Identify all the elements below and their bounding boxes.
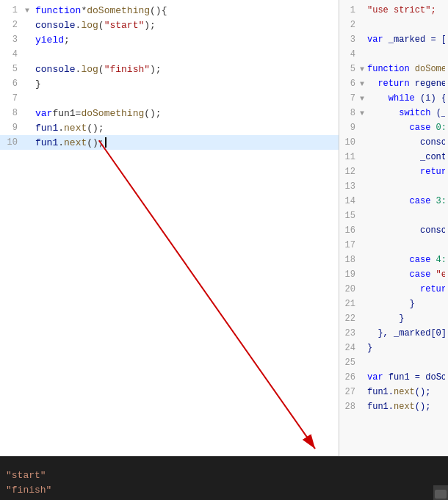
token: "finish": [104, 64, 150, 75]
left-line-8: 8 var fun1=doSomething();: [0, 106, 339, 120]
output-panel: "start""finish": [0, 468, 448, 497]
token: yield: [35, 35, 64, 46]
right-line-content: }: [367, 314, 404, 324]
token: ();: [144, 108, 161, 119]
token: log: [81, 20, 98, 31]
right-line-7: 7▼ while (i) {: [339, 91, 448, 106]
output-line: "finish": [6, 482, 448, 497]
right-line-number: 6: [342, 79, 360, 89]
right-line-22: 22 }: [339, 311, 448, 326]
right-line-1: 1"use strict";: [339, 3, 448, 18]
token: fun1: [35, 137, 58, 148]
left-line-4: 4: [0, 47, 339, 62]
right-line-number: 1: [342, 5, 360, 15]
left-line-10: 10 fun1.next();: [0, 135, 339, 150]
token: console: [35, 64, 76, 75]
right-line-content: return regene: [367, 79, 445, 89]
right-line-14: 14 case 3:: [339, 194, 448, 209]
right-line-content: fun1.next();: [367, 387, 430, 397]
token: ;: [64, 35, 70, 46]
line-number: 5: [3, 64, 25, 74]
left-panel[interactable]: 1▼function* doSomething(){2 console.log(…: [0, 0, 339, 456]
token: doSomething: [87, 5, 150, 16]
right-line-number: 13: [342, 181, 360, 192]
token: fun1=: [52, 108, 81, 119]
right-line-24: 24}: [339, 341, 448, 355]
right-line-content: conso: [367, 137, 445, 148]
right-line-4: 4: [339, 47, 448, 62]
text-cursor: [105, 137, 106, 148]
right-line-number: 18: [342, 255, 360, 265]
right-line-6: 6▼ return regene: [339, 76, 448, 91]
left-line-5: 5 console.log("finish");: [0, 62, 339, 76]
line-number: 4: [3, 49, 25, 59]
token: (: [98, 20, 104, 31]
token: *: [81, 5, 87, 16]
line-number: 7: [3, 93, 25, 104]
right-line-number: 26: [342, 372, 360, 383]
line-number: 1: [3, 5, 25, 15]
right-line-13: 13: [339, 179, 448, 194]
line-number: 3: [3, 35, 25, 45]
right-line-27: 27fun1.next();: [339, 385, 448, 399]
right-line-12: 12 retur: [339, 164, 448, 179]
right-line-10: 10 conso: [339, 135, 448, 150]
right-line-content: _cont: [367, 152, 445, 162]
editor-container: 1▼function* doSomething(){2 console.log(…: [0, 0, 448, 456]
right-line-23: 23 }, _marked[0]: [339, 326, 448, 341]
right-arrow: ▼: [360, 80, 367, 88]
right-line-28: 28fun1.next();: [339, 399, 448, 414]
right-line-number: 14: [342, 196, 360, 206]
right-line-number: 5: [342, 64, 360, 74]
right-line-content: case 4:: [367, 255, 445, 265]
right-line-number: 7: [342, 93, 360, 104]
right-line-content: }: [367, 343, 372, 353]
right-line-26: 26var fun1 = doSo: [339, 370, 448, 385]
right-line-content: case "e: [367, 269, 445, 280]
token: );: [144, 20, 156, 31]
right-line-number: 28: [342, 402, 360, 412]
right-line-number: 2: [342, 20, 360, 30]
right-line-18: 18 case 4:: [339, 253, 448, 267]
right-panel[interactable]: 1"use strict";23var _marked = [45▼functi…: [339, 0, 448, 456]
right-line-number: 19: [342, 269, 360, 280]
right-line-number: 16: [342, 225, 360, 236]
token: function: [35, 5, 81, 16]
token: ();: [87, 123, 104, 134]
left-line-2: 2 console.log("start");: [0, 18, 339, 32]
right-line-16: 16 conso: [339, 223, 448, 238]
line-number: 9: [3, 123, 25, 133]
right-line-content: case 0:: [367, 123, 445, 133]
right-line-5: 5▼function doSome: [339, 62, 448, 76]
right-line-content: switch (_: [367, 108, 445, 118]
svg-line-1: [99, 140, 315, 449]
right-line-content: case 3:: [367, 196, 445, 206]
right-line-content: var _marked = [: [367, 35, 445, 45]
right-line-2: 2: [339, 18, 448, 32]
right-line-content: retur: [367, 284, 445, 294]
scrollbar[interactable]: [433, 485, 448, 500]
output-line: "start": [6, 468, 448, 482]
right-line-number: 23: [342, 328, 360, 338]
right-line-15: 15: [339, 209, 448, 223]
right-line-content: }: [367, 299, 415, 309]
token: fun1: [35, 123, 58, 134]
right-line-number: 15: [342, 211, 360, 221]
right-line-number: 27: [342, 387, 360, 397]
token: ();: [87, 137, 104, 148]
right-line-9: 9 case 0:: [339, 120, 448, 135]
left-code-area: 1▼function* doSomething(){2 console.log(…: [0, 0, 339, 153]
right-line-21: 21 }: [339, 297, 448, 311]
right-line-3: 3var _marked = [: [339, 32, 448, 47]
right-line-20: 20 retur: [339, 282, 448, 297]
token: next: [64, 137, 87, 148]
right-line-17: 17: [339, 238, 448, 253]
right-line-number: 24: [342, 343, 360, 353]
right-line-number: 20: [342, 284, 360, 294]
line-number: 2: [3, 20, 25, 30]
right-arrow: ▼: [360, 109, 367, 117]
right-line-11: 11 _cont: [339, 150, 448, 164]
right-line-number: 25: [342, 358, 360, 368]
right-line-content: conso: [367, 225, 445, 236]
right-line-content: fun1.next();: [367, 402, 430, 412]
